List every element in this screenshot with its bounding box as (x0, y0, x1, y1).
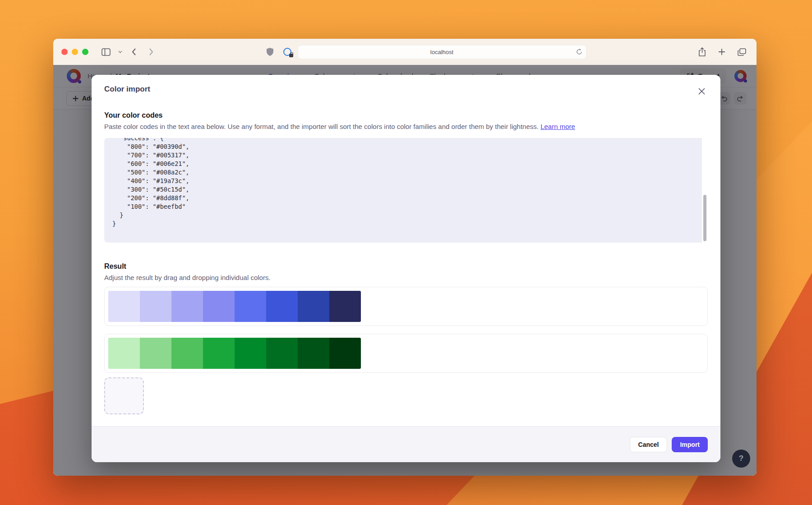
import-button[interactable]: Import (672, 437, 708, 452)
privacy-shield-icon[interactable] (263, 46, 277, 58)
sidebar-toggle-icon[interactable] (99, 46, 113, 58)
learn-more-link[interactable]: Learn more (540, 123, 575, 130)
palette-row-blue (104, 287, 708, 326)
color-swatch[interactable] (266, 291, 298, 322)
codes-section-heading: Your color codes (104, 111, 708, 119)
color-swatch[interactable] (203, 338, 235, 369)
color-swatch[interactable] (235, 291, 266, 322)
result-section-heading: Result (104, 262, 708, 271)
scrollbar-track[interactable] (702, 138, 708, 243)
color-codes-textarea[interactable]: "success": { "800": "#00390d", "700": "#… (104, 138, 708, 243)
window-controls (61, 49, 88, 55)
modal-title: Color import (104, 85, 708, 94)
forward-icon[interactable] (144, 46, 158, 58)
color-codes-text: "success": { "800": "#00390d", "700": "#… (104, 138, 708, 228)
reload-icon[interactable] (576, 49, 582, 55)
scrollbar-thumb[interactable] (703, 195, 706, 241)
url-text: localhost (430, 49, 453, 55)
share-icon[interactable] (695, 46, 709, 58)
desktop-wallpaper: localhost (0, 0, 812, 505)
color-swatch[interactable] (329, 291, 361, 322)
browser-window: localhost (53, 39, 757, 476)
browser-toolbar: localhost (53, 39, 757, 65)
result-section-description: Adjust the result by drag and dropping i… (104, 274, 708, 281)
color-swatch[interactable] (298, 338, 329, 369)
palette-swatch-strip (108, 338, 361, 369)
color-swatch[interactable] (203, 291, 235, 322)
color-swatch[interactable] (140, 291, 171, 322)
help-button[interactable]: ? (732, 450, 750, 468)
color-swatch[interactable] (140, 338, 171, 369)
codes-description-text: Paste color codes in the text area below… (104, 123, 540, 130)
tab-overview-icon[interactable] (735, 46, 748, 58)
close-icon[interactable] (696, 86, 707, 96)
cancel-button[interactable]: Cancel (630, 437, 668, 452)
color-swatch[interactable] (108, 291, 140, 322)
codes-section-description: Paste color codes in the text area below… (104, 123, 708, 130)
modal-footer: Cancel Import (92, 426, 720, 462)
new-tab-icon[interactable] (715, 46, 729, 58)
color-swatch[interactable] (171, 338, 203, 369)
empty-palette-dropzone[interactable] (104, 377, 144, 414)
color-swatch[interactable] (171, 291, 203, 322)
color-swatch[interactable] (329, 338, 361, 369)
color-swatch[interactable] (298, 291, 329, 322)
close-window-button[interactable] (61, 49, 68, 55)
palette-row-green (104, 334, 708, 373)
palette-swatch-strip (108, 291, 361, 322)
url-bar[interactable]: localhost (298, 45, 586, 59)
back-icon[interactable] (127, 46, 141, 58)
minimize-window-button[interactable] (72, 49, 78, 55)
color-swatch[interactable] (266, 338, 298, 369)
color-swatch[interactable] (235, 338, 266, 369)
chevron-down-icon[interactable] (116, 46, 124, 58)
color-import-modal: Color import Your color codes Paste colo… (92, 75, 720, 462)
site-permission-icon[interactable] (283, 48, 291, 56)
fullscreen-window-button[interactable] (82, 49, 88, 55)
color-swatch[interactable] (108, 338, 140, 369)
